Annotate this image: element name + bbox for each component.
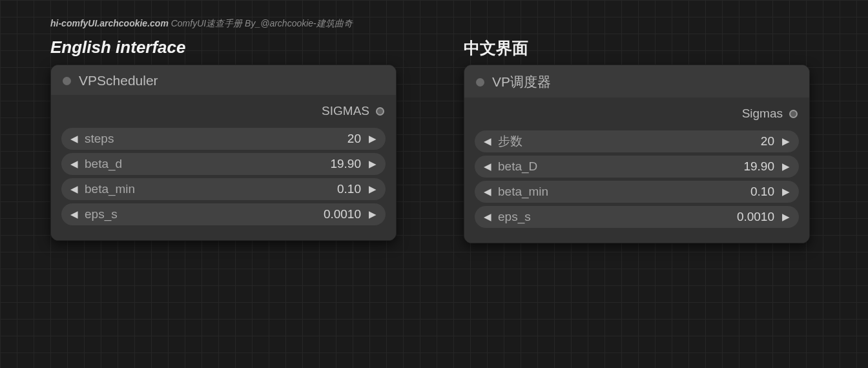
param-steps[interactable]: ◀ steps 20 ▶ bbox=[61, 128, 386, 150]
output-port-icon[interactable] bbox=[789, 110, 798, 118]
chevron-left-icon[interactable]: ◀ bbox=[68, 158, 81, 170]
param-label: beta_D bbox=[498, 159, 537, 174]
param-label: eps_s bbox=[498, 210, 531, 224]
chevron-right-icon[interactable]: ▶ bbox=[366, 183, 379, 195]
chevron-right-icon[interactable]: ▶ bbox=[366, 158, 379, 170]
collapse-dot-icon[interactable] bbox=[63, 77, 71, 85]
param-label: beta_min bbox=[498, 185, 548, 199]
heading-chinese: 中文界面 bbox=[464, 37, 528, 59]
param-value[interactable]: 20 bbox=[522, 134, 774, 148]
param-steps[interactable]: ◀ 步数 20 ▶ bbox=[475, 130, 799, 152]
chevron-left-icon[interactable]: ◀ bbox=[68, 209, 81, 220]
collapse-dot-icon[interactable] bbox=[476, 78, 484, 87]
param-beta-d[interactable]: ◀ beta_d 19.90 ▶ bbox=[61, 153, 386, 175]
chevron-right-icon[interactable]: ▶ bbox=[780, 211, 792, 223]
chevron-right-icon[interactable]: ▶ bbox=[366, 133, 379, 145]
param-value[interactable]: 19.90 bbox=[537, 159, 774, 174]
node-title: VP调度器 bbox=[492, 73, 551, 91]
heading-english: English interface bbox=[50, 37, 186, 57]
chevron-left-icon[interactable]: ◀ bbox=[68, 183, 81, 195]
node-body: Sigmas ◀ 步数 20 ▶ ◀ beta_D 19.90 ▶ ◀ beta… bbox=[464, 97, 809, 243]
param-value[interactable]: 0.10 bbox=[135, 182, 361, 196]
node-title: VPScheduler bbox=[79, 73, 158, 88]
node-header[interactable]: VPScheduler bbox=[51, 65, 396, 95]
param-value[interactable]: 20 bbox=[114, 132, 361, 146]
chevron-right-icon[interactable]: ▶ bbox=[780, 186, 792, 198]
chevron-right-icon[interactable]: ▶ bbox=[366, 209, 379, 220]
output-label: Sigmas bbox=[742, 107, 783, 121]
chevron-left-icon[interactable]: ◀ bbox=[481, 186, 494, 198]
param-value[interactable]: 19.90 bbox=[122, 157, 361, 171]
param-label: eps_s bbox=[85, 207, 118, 221]
param-beta-min[interactable]: ◀ beta_min 0.10 ▶ bbox=[61, 178, 386, 200]
param-eps-s[interactable]: ◀ eps_s 0.0010 ▶ bbox=[61, 203, 386, 225]
output-row: SIGMAS bbox=[61, 101, 386, 125]
watermark-subtitle: ComfyUI速查手册 By_@archcookie-建筑曲奇 bbox=[169, 18, 353, 28]
node-vpscheduler-cn[interactable]: VP调度器 Sigmas ◀ 步数 20 ▶ ◀ beta_D 19.90 ▶ … bbox=[464, 65, 810, 243]
chevron-right-icon[interactable]: ▶ bbox=[780, 161, 792, 172]
param-label: 步数 bbox=[498, 133, 522, 150]
chevron-left-icon[interactable]: ◀ bbox=[481, 211, 494, 223]
param-value[interactable]: 0.10 bbox=[548, 185, 774, 199]
output-row: Sigmas bbox=[475, 104, 799, 127]
watermark: hi-comfyUI.archcookie.com ComfyUI速查手册 By… bbox=[50, 18, 353, 30]
param-label: beta_min bbox=[85, 182, 135, 196]
param-label: steps bbox=[85, 132, 114, 146]
param-beta-min[interactable]: ◀ beta_min 0.10 ▶ bbox=[475, 181, 799, 203]
node-vpscheduler-en[interactable]: VPScheduler SIGMAS ◀ steps 20 ▶ ◀ beta_d… bbox=[50, 65, 397, 241]
param-value[interactable]: 0.0010 bbox=[531, 210, 774, 224]
output-label: SIGMAS bbox=[322, 104, 369, 118]
param-beta-d[interactable]: ◀ beta_D 19.90 ▶ bbox=[475, 156, 799, 178]
chevron-right-icon[interactable]: ▶ bbox=[780, 136, 792, 147]
param-label: beta_d bbox=[85, 157, 122, 171]
output-port-icon[interactable] bbox=[376, 107, 384, 116]
node-body: SIGMAS ◀ steps 20 ▶ ◀ beta_d 19.90 ▶ ◀ b… bbox=[51, 95, 396, 240]
watermark-url: hi-comfyUI.archcookie.com bbox=[50, 18, 169, 28]
param-eps-s[interactable]: ◀ eps_s 0.0010 ▶ bbox=[475, 206, 799, 228]
param-value[interactable]: 0.0010 bbox=[118, 207, 361, 221]
node-header[interactable]: VP调度器 bbox=[464, 65, 809, 97]
chevron-left-icon[interactable]: ◀ bbox=[481, 161, 494, 172]
chevron-left-icon[interactable]: ◀ bbox=[68, 133, 81, 145]
chevron-left-icon[interactable]: ◀ bbox=[481, 136, 494, 147]
